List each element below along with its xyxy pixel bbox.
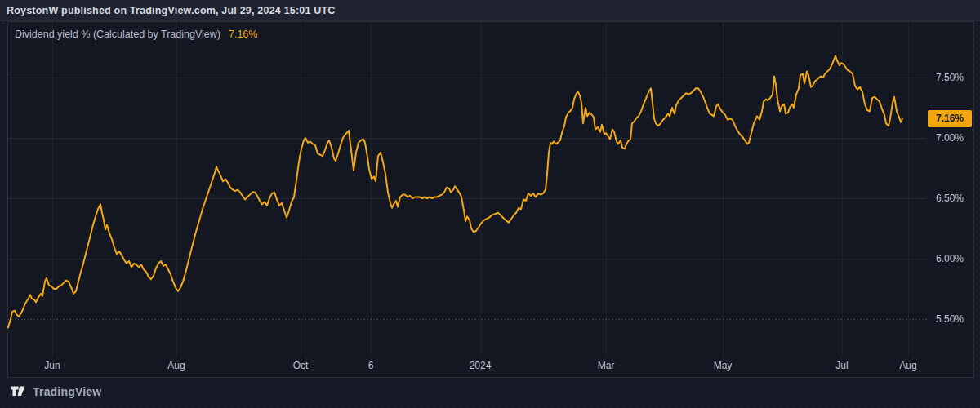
tradingview-wordmark: TradingView <box>33 385 101 398</box>
price-scale[interactable]: 7.50%7.00%6.50%6.00%5.50% <box>928 22 973 356</box>
x-axis-tick-label: 6 <box>351 360 390 371</box>
tradingview-attribution[interactable]: TradingView <box>11 383 101 401</box>
chart-panel <box>7 21 974 378</box>
published-chart-page: RoystonW published on TradingView.com, J… <box>0 0 980 408</box>
y-axis-tick-label: 6.00% <box>936 252 964 265</box>
y-axis-tick-label: 6.50% <box>936 192 964 205</box>
x-axis-tick-label: Aug <box>889 360 928 371</box>
publication-header-bar: RoystonW published on TradingView.com, J… <box>0 0 980 21</box>
x-axis-tick-label: May <box>703 360 742 371</box>
x-axis-tick-label: Aug <box>157 360 196 371</box>
y-axis-tick-label: 5.50% <box>936 313 964 326</box>
x-axis-tick-label: 2024 <box>461 360 500 371</box>
last-price-badge: 7.16% <box>928 110 972 127</box>
publication-title: RoystonW published on TradingView.com, J… <box>7 0 336 21</box>
x-axis-tick-label: Mar <box>586 360 626 371</box>
x-axis-tick-label: Oct <box>281 360 320 371</box>
tradingview-logo-icon <box>11 385 28 399</box>
legend-last-value: 7.16% <box>229 29 257 40</box>
x-axis-tick-label: Jun <box>33 360 72 371</box>
legend-series-label: Dividend yield % (Calculated by TradingV… <box>15 29 220 40</box>
chart-legend[interactable]: Dividend yield % (Calculated by TradingV… <box>15 28 257 41</box>
y-axis-tick-label: 7.50% <box>936 71 964 84</box>
x-axis-tick-label: Jul <box>822 360 862 371</box>
y-axis-tick-label: 7.00% <box>936 131 964 144</box>
time-scale[interactable]: JunAugOct62024MarMayJulAug <box>8 357 927 375</box>
